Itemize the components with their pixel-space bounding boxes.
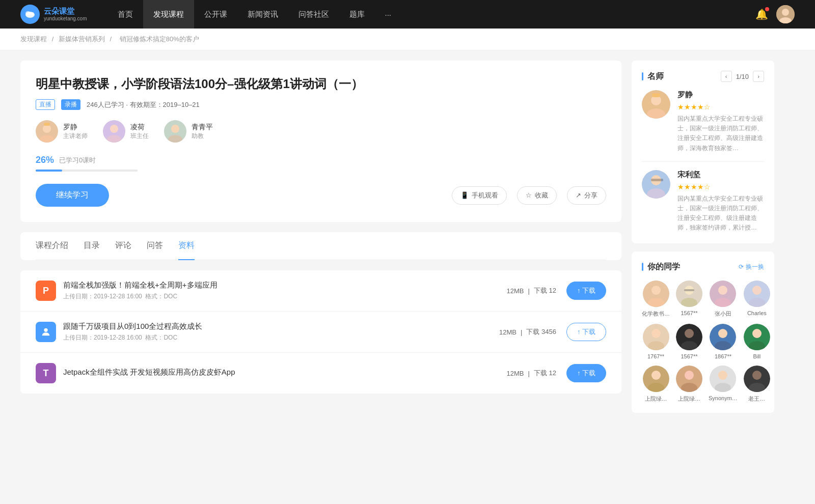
title-bar-icon-2 xyxy=(642,263,643,271)
nav-home[interactable]: 首页 xyxy=(107,0,143,29)
teacher-profile-1-desc: 国内某重点大学安全工程专业硕士，国家一级注册消防工程师、注册安全工程师、高级注册… xyxy=(677,114,764,153)
file-info-1: 前端全栈加强版！前端全栈+全周期+多端应用 上传日期：2019-12-28 16… xyxy=(63,281,506,301)
navigation: 云朵课堂 yunduoketang.com 首页 发现课程 公开课 新闻资讯 问… xyxy=(0,0,815,29)
nav-public[interactable]: 公开课 xyxy=(194,0,237,29)
course-actions: 继续学习 📱 手机观看 ☆ 收藏 ↗ 分享 xyxy=(36,184,606,207)
teacher-profile-2-info: 宋利坚 ★★★★☆ 国内某重点大学安全工程专业硕士，国家一级注册消防工程师、注册… xyxy=(677,170,764,233)
sidebar: 名师 ‹ 1/10 › xyxy=(632,61,774,421)
progress-bar-fill xyxy=(36,170,62,172)
refresh-button[interactable]: ⟳ 换一换 xyxy=(739,263,764,271)
course-meta: 直播 录播 246人已学习 · 有效期至：2019–10–21 xyxy=(36,99,606,110)
file-icon-person xyxy=(36,322,56,342)
classmate-name: 1567** xyxy=(681,353,697,359)
classmate-name: 1867** xyxy=(715,353,731,359)
file-stats-3: 12MB | 下载 12 xyxy=(506,369,556,378)
badge-rec: 录播 xyxy=(61,99,80,110)
classmate-avatar[interactable] xyxy=(744,281,770,307)
course-meta-text: 246人已学习 · 有效期至：2019–10–21 xyxy=(87,100,200,109)
classmate-avatar[interactable] xyxy=(676,281,702,307)
file-meta-1: 上传日期：2019-12-28 16:00 格式：DOC xyxy=(63,292,506,301)
collect-button[interactable]: ☆ 收藏 xyxy=(517,186,557,205)
progress-bar-bg xyxy=(36,170,138,172)
nav-quiz[interactable]: 题库 xyxy=(339,0,375,29)
classmate-item: 上院绿… xyxy=(642,366,670,403)
classmate-name: Synonym… xyxy=(709,395,738,401)
classmate-avatar[interactable] xyxy=(710,366,736,392)
classmate-avatar[interactable] xyxy=(676,324,702,350)
user-avatar[interactable] xyxy=(776,5,795,23)
action-buttons: 📱 手机观看 ☆ 收藏 ↗ 分享 xyxy=(452,186,606,205)
tab-catalog[interactable]: 目录 xyxy=(84,232,100,260)
mobile-watch-button[interactable]: 📱 手机观看 xyxy=(452,186,507,205)
progress-sub: 已学习0课时 xyxy=(59,156,96,165)
classmate-avatar[interactable] xyxy=(676,366,702,392)
breadcrumb-link-discover[interactable]: 发现课程 xyxy=(20,35,47,43)
classmate-avatar[interactable] xyxy=(710,324,736,350)
classmate-avatar[interactable] xyxy=(744,366,770,392)
notification-dot xyxy=(765,7,769,11)
classmate-name: 上院绿… xyxy=(678,395,700,403)
classmate-avatar[interactable] xyxy=(744,324,770,350)
teacher-1-role: 主讲老师 xyxy=(63,132,88,141)
classmate-item: Synonym… xyxy=(709,366,738,403)
classmate-item: 张小田 xyxy=(709,281,738,318)
share-button[interactable]: ↗ 分享 xyxy=(567,186,606,205)
continue-button[interactable]: 继续学习 xyxy=(36,184,109,207)
breadcrumb-current: 销冠修炼术搞定80%的客户 xyxy=(120,35,199,43)
breadcrumb-link-series[interactable]: 新媒体营销系列 xyxy=(59,35,105,43)
download-button-2[interactable]: ↑ 下载 xyxy=(566,323,606,341)
teacher-3-info: 青青平 助教 xyxy=(192,123,213,141)
logo-icon xyxy=(20,5,40,24)
nav-qa[interactable]: 问答社区 xyxy=(288,0,339,29)
download-button-3[interactable]: ↑ 下载 xyxy=(566,364,606,382)
file-info-2: 跟随千万级项目从0到100全过程高效成长 上传日期：2019-12-28 16:… xyxy=(63,322,499,342)
nav-discover[interactable]: 发现课程 xyxy=(143,0,194,29)
svg-point-48 xyxy=(752,329,762,338)
nav-more[interactable]: ··· xyxy=(375,0,402,29)
file-meta-2: 上传日期：2019-12-28 16:00 格式：DOC xyxy=(63,333,499,342)
teacher-profile-1-stars: ★★★★☆ xyxy=(677,103,764,111)
course-title: 明星中教授课，小学阶段语法100分–强化级第1讲动词（一） xyxy=(36,76,606,92)
classmate-item: 1867** xyxy=(709,324,738,359)
teacher-2-info: 凌荷 班主任 xyxy=(130,123,149,141)
tab-materials[interactable]: 资料 xyxy=(178,232,195,260)
svg-point-16 xyxy=(44,328,47,332)
tab-qa[interactable]: 问答 xyxy=(147,232,163,260)
logo-sub: yunduoketang.com xyxy=(44,16,87,22)
svg-point-45 xyxy=(718,329,727,338)
svg-point-57 xyxy=(718,371,727,380)
svg-point-51 xyxy=(651,371,661,380)
teacher-profile-2-name: 宋利坚 xyxy=(677,170,764,180)
tab-review[interactable]: 评论 xyxy=(115,232,131,260)
tab-intro[interactable]: 课程介绍 xyxy=(36,232,68,260)
download-button-1[interactable]: ↑ 下载 xyxy=(566,282,606,300)
classmate-avatar[interactable] xyxy=(643,324,669,350)
prev-teacher-button[interactable]: ‹ xyxy=(721,71,732,82)
teacher-2: 凌荷 班主任 xyxy=(103,120,149,143)
svg-point-60 xyxy=(752,371,762,380)
next-teacher-button[interactable]: › xyxy=(753,71,764,82)
svg-rect-9 xyxy=(44,123,50,126)
file-name-2: 跟随千万级项目从0到100全过程高效成长 xyxy=(63,322,499,331)
classmate-avatar[interactable] xyxy=(643,366,669,392)
classmate-avatar[interactable] xyxy=(710,281,736,307)
svg-point-7 xyxy=(43,125,51,133)
page-info: 1/10 xyxy=(736,73,749,80)
classmate-name: 张小田 xyxy=(715,310,731,318)
logo[interactable]: 云朵课堂 yunduoketang.com xyxy=(20,5,87,24)
file-icon-p: P xyxy=(36,281,56,301)
teacher-3: 青青平 助教 xyxy=(164,120,213,143)
course-card: 明星中教授课，小学阶段语法100分–强化级第1讲动词（一） 直播 录播 246人… xyxy=(20,61,621,222)
notification-bell[interactable]: 🔔 xyxy=(755,8,768,20)
svg-rect-20 xyxy=(652,93,660,97)
badge-live: 直播 xyxy=(36,99,55,110)
teacher-3-role: 助教 xyxy=(192,132,213,141)
nav-news[interactable]: 新闻资讯 xyxy=(237,0,288,29)
svg-point-54 xyxy=(685,371,694,380)
share-icon: ↗ xyxy=(576,191,581,199)
progress-label: 26% 已学习0课时 xyxy=(36,155,606,165)
teacher-profile-2-stars: ★★★★☆ xyxy=(677,183,764,191)
classmate-avatar[interactable] xyxy=(643,281,669,307)
classmate-name: 1567** xyxy=(681,310,697,316)
svg-point-33 xyxy=(718,286,727,295)
